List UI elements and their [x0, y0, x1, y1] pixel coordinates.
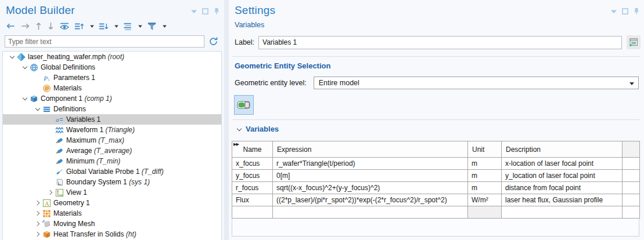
col-header-name[interactable]: ▶▶Name	[232, 141, 273, 158]
cell-extra	[623, 182, 640, 194]
tree-item-label: Definitions	[53, 105, 86, 113]
show-eye-button[interactable]	[59, 21, 70, 31]
float-panel-icon[interactable]	[622, 8, 628, 14]
move-rows-icon[interactable]: ▶▶	[233, 142, 239, 147]
tree-item-parameters-1[interactable]: PiParameters 1	[3, 72, 221, 83]
tree-item-materials[interactable]: Materials	[3, 208, 221, 219]
tree-item-definitions[interactable]: Definitions	[3, 104, 221, 114]
show-options-button[interactable]	[627, 35, 641, 49]
float-panel-icon[interactable]	[202, 8, 208, 14]
panel-menu-icon[interactable]	[191, 10, 197, 13]
move-up-arrow-icon	[35, 21, 42, 31]
tree-item-boundary-system-1-sys-1[interactable]: Boundary System 1 (sys 1)	[3, 177, 221, 187]
panel-menu-icon[interactable]	[611, 10, 617, 13]
cell-expression[interactable]: ((2*p_laser)/(pi*r_spot^2))*exp(-(2*r_fo…	[273, 194, 468, 206]
settings-title: Settings	[235, 4, 275, 17]
chevron-right-icon[interactable]	[33, 199, 42, 207]
variables-table-empty-area[interactable]	[232, 219, 639, 237]
dropdown-caret-icon[interactable]	[90, 25, 94, 28]
separator	[232, 119, 641, 120]
variables-a-icon: a=	[55, 115, 64, 124]
cell-description[interactable]: laser heat flux, Gaussian profile	[502, 194, 623, 206]
expand-all-button[interactable]	[74, 21, 84, 31]
chevron-right-icon[interactable]	[33, 209, 42, 217]
cell-name[interactable]	[232, 206, 273, 219]
collapse-all-button[interactable]	[99, 21, 109, 31]
cell-expression[interactable]: sqrt((x-x_focus)^2+(y-y_focus)^2)	[273, 182, 468, 194]
cell-unit[interactable]	[468, 206, 502, 219]
table-row-flux: Flux((2*p_laser)/(pi*r_spot^2))*exp(-(2*…	[232, 194, 640, 206]
tree-item-materials[interactable]: Materials	[3, 83, 221, 93]
tree-item-minimum-t-min[interactable]: Minimum (T_min)	[3, 156, 221, 166]
model-tree-node-text-button[interactable]	[123, 21, 132, 31]
pin-panel-icon[interactable]	[634, 8, 639, 15]
tree-item-average-t-average[interactable]: Average (T_average)	[3, 146, 221, 156]
col-header-expression[interactable]: Expression	[273, 141, 468, 158]
chevron-down-icon	[629, 82, 634, 85]
filter-row	[5, 35, 220, 48]
geometric-entity-level-select[interactable]: Entire model	[314, 77, 639, 89]
dropdown-caret-icon[interactable]	[163, 25, 167, 28]
back-arrow-button[interactable]	[6, 21, 16, 31]
toggle-icon	[237, 100, 251, 110]
chevron-right-icon[interactable]	[33, 220, 42, 228]
cell-unit[interactable]: m	[468, 158, 502, 170]
geometric-entity-selection-title: Geometric Entity Selection	[235, 61, 330, 70]
tree-item-geometry-1[interactable]: AGeometry 1	[3, 198, 221, 208]
cell-extra	[623, 158, 640, 170]
cell-unit[interactable]: W/m²	[468, 194, 502, 206]
chevron-down-icon[interactable]	[33, 105, 42, 113]
cell-description[interactable]	[502, 206, 623, 219]
tree-item-maximum-t-max[interactable]: Maximum (T_max)	[3, 135, 221, 146]
refresh-icon[interactable]	[207, 36, 220, 48]
cell-name[interactable]: x_focus	[232, 158, 273, 170]
tree-item-moving-mesh[interactable]: Moving Mesh	[3, 219, 221, 229]
chevron-right-icon[interactable]	[46, 188, 55, 197]
chevron-down-icon[interactable]	[8, 53, 16, 61]
tree-item-label: View 1	[66, 188, 87, 197]
col-header-description[interactable]: Description	[502, 141, 623, 158]
cell-name[interactable]: r_focus	[232, 182, 273, 194]
chevron-down-icon[interactable]	[20, 63, 29, 71]
tree-item-view-1[interactable]: View 1	[3, 187, 221, 198]
cell-expression[interactable]	[273, 206, 468, 219]
probe-pen-icon	[55, 146, 64, 155]
filter-input[interactable]	[5, 35, 204, 48]
active-toggle-button[interactable]	[234, 95, 254, 115]
table-row-empty	[232, 206, 640, 219]
global-probe-icon	[55, 167, 64, 176]
cell-description[interactable]: distance from focal point	[502, 182, 623, 194]
table-row-y-focus: y_focus0[m]my_location of laser focal po…	[232, 170, 640, 182]
cell-description[interactable]: x-location of laser focal point	[502, 158, 623, 170]
cell-description[interactable]: y_location of laser focal point	[502, 170, 623, 182]
col-header-unit[interactable]: Unit	[468, 141, 502, 158]
tree-item-laser-heating-wafer-mph-root[interactable]: laser_heating_wafer.mph (root)	[3, 52, 221, 62]
col-header-extra	[623, 141, 640, 158]
move-down-arrow-button[interactable]	[47, 21, 55, 31]
dropdown-caret-icon[interactable]	[138, 25, 142, 28]
tree-item-component-1-comp-1[interactable]: Component 1 (comp 1)	[3, 93, 221, 104]
chevron-down-icon[interactable]	[20, 94, 29, 103]
cell-unit[interactable]: m	[468, 170, 502, 182]
dropdown-caret-icon[interactable]	[114, 25, 118, 28]
chevron-right-icon[interactable]	[33, 230, 42, 238]
tree-item-global-variable-probe-1-t-diff[interactable]: Global Variable Probe 1 (T_diff)	[3, 166, 221, 177]
model-tree-node-text-icon	[123, 22, 132, 31]
variables-section-header[interactable]: Variables	[235, 125, 279, 133]
cell-name[interactable]: Flux	[232, 194, 273, 206]
cell-expression[interactable]: r_wafer*Triangle(t/period)	[273, 158, 468, 170]
forward-arrow-button[interactable]	[20, 21, 30, 31]
label-input[interactable]	[258, 36, 622, 49]
tree-item-variables-1[interactable]: a=Variables 1	[3, 114, 221, 125]
tree-item-global-definitions[interactable]: Global Definitions	[3, 62, 221, 72]
filter-funnel-button[interactable]	[147, 21, 157, 31]
cell-name[interactable]: y_focus	[232, 170, 273, 182]
cell-unit[interactable]: m	[468, 182, 502, 194]
chevron-spacer	[46, 178, 55, 186]
pin-panel-icon[interactable]	[214, 8, 220, 15]
move-up-arrow-button[interactable]	[35, 21, 42, 31]
tree-item-label: Variables 1	[66, 115, 100, 123]
tree-item-waveform-1-triangle[interactable]: Waveform 1 (Triangle)	[3, 125, 221, 135]
tree-item-heat-transfer-in-solids-ht[interactable]: Heat Transfer in Solids (ht)	[3, 229, 221, 239]
cell-expression[interactable]: 0[m]	[273, 170, 468, 182]
